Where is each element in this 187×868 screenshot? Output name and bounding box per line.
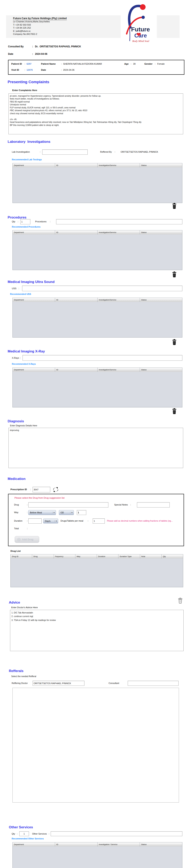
diagnosis-textarea[interactable]: improving (8, 428, 183, 468)
procedures-input-label: Procedures (35, 220, 46, 223)
other-services-table: Department ID Investigation / Service St… (12, 842, 182, 868)
patient-id-label: Patient ID (11, 63, 22, 65)
patient-id-value: 6297 (27, 63, 31, 65)
recommended-xray-link[interactable]: Recommended X-Rays (12, 363, 36, 365)
consulted-by-colon: : (32, 45, 33, 48)
other-services-table-body[interactable] (13, 846, 182, 868)
procedures-qty-label: Qty (12, 220, 15, 223)
referral-listbox[interactable] (12, 688, 179, 803)
medication-entry-box: Please select the Drug from Drug suggess… (8, 494, 184, 546)
drug-input[interactable] (28, 502, 108, 507)
other-services-heading: Other Services (9, 825, 33, 829)
circle-plus-icon (17, 538, 21, 541)
uss-table-header: Department ID Investigation/Service Stat… (13, 298, 182, 302)
uss-heading: Medical Imaging Ultra Sound (8, 280, 54, 284)
add-drug-button[interactable]: Add Drug (15, 536, 39, 543)
chevron-down-icon: ▼ (70, 512, 73, 514)
lab-investigation-input[interactable] (42, 149, 88, 155)
visit-date-label: Date (8, 53, 13, 55)
complaints-label: Enter Complaints Here (12, 89, 37, 91)
special-notes-input[interactable] (137, 502, 170, 507)
company-name: Future Care by Future Holdings (Pty) Lim… (13, 17, 67, 20)
procedures-table: Department ID Investigation/Service Stat… (12, 230, 182, 270)
future-care-logo-icon: Future Care Body Mind Soul (121, 2, 157, 44)
recommended-uss-link[interactable]: Recommended USS (10, 293, 31, 295)
uss-table-body[interactable] (13, 302, 182, 337)
lab-heading: Laboratory Investigations (8, 140, 50, 144)
consultant-label: Consultant (109, 682, 119, 684)
xray-table-header: Department ID Investigation/Service Stat… (13, 368, 182, 372)
recommended-lab-link[interactable]: Recommended Lab Testings (12, 158, 42, 161)
age-value: 39 (133, 63, 136, 65)
xray-input-label: X-Rays (12, 356, 19, 359)
xray-table: Department ID Investigation/Service Stat… (12, 368, 182, 407)
advice-heading: Advice (9, 600, 20, 604)
recommended-other-services-link[interactable]: Recommended Other Services (12, 837, 44, 840)
duration-label: Duration (14, 520, 23, 522)
diagnosis-heading: Diagnosis (8, 419, 24, 423)
medication-heading: Medication (8, 477, 26, 481)
svg-text:Body Mind Soul: Body Mind Soul (132, 39, 149, 42)
other-services-qty-input[interactable] (19, 831, 29, 836)
referring-doctor-input[interactable] (33, 681, 84, 686)
drug-label: Drug (14, 503, 19, 506)
duration-unit-dropdown[interactable]: Day/s ▼ (43, 519, 58, 523)
procedures-delete-trash-icon[interactable] (172, 272, 177, 278)
referrals-heading: Refferals (9, 669, 24, 673)
frequency-dropdown-value: OD (61, 512, 64, 514)
procedures-input[interactable] (56, 219, 182, 224)
uss-input-label: USS (12, 287, 16, 289)
referrals-sub-label: Select the needed Refferal (11, 675, 36, 678)
patient-name-label: Patient Name (41, 63, 56, 65)
consulted-by-value: Dr. ORITSETSETOS RAPHAEL PINNICK (35, 45, 81, 48)
referred-by-label: Reffered By (100, 151, 112, 153)
complaints-textarea[interactable]: pt seen, managed for Hypertensive urgenc… (8, 93, 183, 134)
drug-list-table: Drug ID Drug Fequency Way Duration Durat… (10, 554, 183, 587)
recommended-procedures-link[interactable]: Recommended Procedures (12, 225, 40, 228)
prescription-id-label: Prescription ID (10, 488, 27, 491)
way-dropdown-value: Before Meal (30, 512, 42, 514)
patient-info-box: Patient ID : 6297 Patient Name : SHERIFA… (8, 60, 184, 75)
way-dropdown[interactable]: Before Meal ▼ (28, 510, 56, 515)
procedures-table-body[interactable] (13, 235, 182, 270)
lab-table-body[interactable] (13, 167, 182, 203)
patient-name-value: SHERIFA NATHALIA FEDORA KUMAR (63, 63, 102, 65)
uss-delete-trash-icon[interactable] (172, 339, 177, 345)
xray-table-body[interactable] (13, 372, 182, 407)
xray-delete-trash-icon[interactable] (172, 408, 177, 414)
way-qty-input[interactable] (77, 510, 86, 515)
duration-input[interactable] (28, 518, 42, 524)
age-label: Age (124, 63, 129, 65)
frequency-dropdown[interactable]: OD ▼ (59, 510, 74, 515)
consulted-by-label: Consulted By (8, 45, 24, 48)
visit-date-colon: : (32, 53, 33, 55)
per-meal-input[interactable] (93, 518, 105, 524)
other-services-input[interactable] (51, 831, 182, 836)
add-drug-button-label: Add Drug (22, 538, 33, 541)
svg-text:Future: Future (131, 26, 150, 33)
fraction-note: Please add as decimal numbers when addin… (107, 520, 182, 522)
referred-by-value: ORITSETSETOS RAPHAEL PINNICK (121, 151, 158, 153)
drug-list-delete-trash-icon[interactable] (178, 598, 183, 604)
drug-suggestion-warning: Please select the Drug from Drug suggess… (14, 497, 65, 499)
procedures-qty-input[interactable] (20, 219, 30, 224)
prescription-refresh-icon[interactable] (53, 487, 59, 493)
patient-date-value: 2024-04-06 (63, 69, 74, 71)
complaints-heading: Presenting Complaints (8, 80, 49, 84)
xray-input[interactable] (23, 355, 182, 361)
advice-textarea[interactable]: 1. D/C Tab Atorvastatin 2. continue curr… (10, 610, 184, 651)
way-label: Way (14, 511, 18, 514)
lab-table-header: Department ID Investigation/Service Stat… (13, 163, 182, 167)
total-label: Total (14, 527, 19, 530)
prescription-id-input[interactable] (33, 487, 50, 492)
prescription-page: Future Care by Future Holdings (Pty) Lim… (0, 0, 187, 868)
duration-unit-value: Day/s (45, 520, 50, 522)
diagnosis-label: Enter Diagnosis Details Here (10, 424, 37, 427)
drug-list-table-body[interactable] (11, 558, 183, 587)
consultant-input[interactable] (128, 681, 179, 686)
lab-delete-trash-icon[interactable] (172, 203, 177, 209)
lab-table: Department ID Investigation/Service Stat… (12, 163, 182, 203)
special-notes-label: Special Notes (114, 503, 128, 506)
drug-list-label: Drug List (10, 550, 21, 552)
uss-input[interactable] (22, 286, 182, 291)
